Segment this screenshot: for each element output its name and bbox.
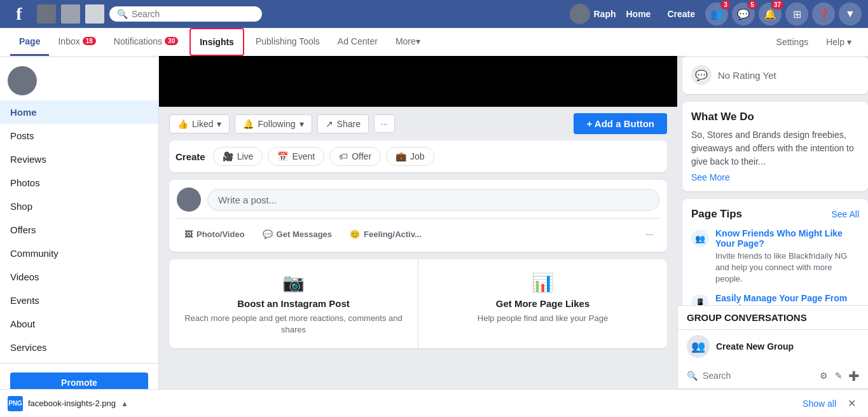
composer-actions: 🖼 Photo/Video 💬 Get Messages 😊 Feeling/A… (177, 218, 659, 244)
bottom-file-item: PNG facebook-insights-2.png ▲ (8, 396, 128, 411)
help-icon-button[interactable]: ❓ (812, 3, 835, 25)
tip-item-1: 👥 Know Friends Who Might Like Your Page?… (691, 228, 859, 285)
photo-icon: 🖼 (184, 229, 193, 239)
sidebar-profile (0, 61, 158, 100)
composer-input[interactable]: Write a post... (207, 189, 659, 211)
promo-cards: 📷 Boost an Instagram Post Reach more peo… (169, 259, 667, 348)
top-navigation: f 🔍 Raph Home Create 👥 3 💬 5 🔔 37 ⊞ ❓ (0, 0, 868, 28)
what-we-do-content: What We Do So, Stores and Brands design … (682, 102, 868, 191)
sidebar-item-videos[interactable]: Videos (0, 265, 158, 289)
job-button[interactable]: 💼 Job (386, 147, 434, 166)
tip-1-title[interactable]: Know Friends Who Might Like Your Page? (715, 228, 859, 249)
photo-video-button[interactable]: 🖼 Photo/Video (177, 224, 252, 244)
sidebar-item-shop[interactable]: Shop (0, 195, 158, 218)
file-type-icon: PNG (8, 396, 23, 411)
action-row: 👍 Liked ▾ 🔔 Following ▾ ↗ Share ··· + Ad… (169, 107, 667, 140)
facebook-logo[interactable]: f (6, 1, 32, 27)
offer-label: Offer (352, 151, 371, 161)
composer-more-button[interactable]: ··· (639, 224, 659, 244)
group-settings-icon[interactable]: ⚙ (819, 367, 829, 385)
more-options-button[interactable]: ··· (374, 114, 395, 133)
following-icon: 🔔 (243, 119, 254, 129)
messages-icon-button[interactable]: 💬 5 (732, 3, 755, 25)
job-icon: 💼 (396, 151, 406, 161)
group-edit-icon[interactable]: ✎ (834, 367, 843, 385)
sidebar-item-community[interactable]: Community (0, 242, 158, 265)
page-tips-title: Page Tips (691, 208, 742, 221)
feeling-button[interactable]: 😊 Feeling/Activ... (342, 224, 429, 244)
page-thumb-3[interactable] (85, 4, 104, 24)
share-label: Share (337, 119, 361, 129)
add-button-wrap: + Add a Button (574, 113, 667, 134)
sidebar-item-posts[interactable]: Posts (0, 124, 158, 147)
sidebar-item-services[interactable]: Services (0, 336, 158, 359)
boost-instagram-card[interactable]: 📷 Boost an Instagram Post Reach more peo… (169, 259, 418, 348)
live-icon: 🎥 (223, 151, 233, 161)
page-tab-bar: Page Inbox 18 Notifications 30 Insights … (0, 28, 868, 56)
page-likes-icon: 📊 (431, 272, 654, 293)
tab-more[interactable]: More ▾ (387, 28, 429, 56)
group-search-icon: 🔍 (687, 371, 698, 381)
create-nav-button[interactable]: Create (661, 9, 701, 19)
bottom-bar-close-button[interactable]: ✕ (843, 395, 860, 413)
fb-logo-letter: f (16, 4, 22, 24)
dropdown-icon-button[interactable]: ▼ (839, 3, 862, 25)
group-search-input[interactable] (703, 371, 814, 381)
sidebar-item-about[interactable]: About (0, 312, 158, 336)
show-all-button[interactable]: Show all (803, 399, 836, 409)
event-icon: 📅 (277, 151, 288, 161)
tab-ad-center[interactable]: Ad Center (329, 28, 387, 56)
what-we-do-widget: What We Do So, Stores and Brands design … (682, 102, 868, 191)
page-thumb-1[interactable] (37, 4, 56, 24)
left-sidebar: Home Posts Reviews Photos Shop Offers Co… (0, 56, 159, 417)
user-profile-button[interactable]: Raph (570, 4, 616, 24)
boost-instagram-title: Boost an Instagram Post (182, 298, 405, 309)
tab-page[interactable]: Page (10, 28, 49, 56)
liked-button[interactable]: 👍 Liked ▾ (169, 114, 230, 133)
tab-publishing-tools[interactable]: Publishing Tools (247, 28, 329, 56)
group-search-bar: 🔍 ⚙ ✎ ➕ (678, 363, 868, 389)
tab-right-section: Settings Help ▾ (770, 33, 858, 51)
file-expand-arrow[interactable]: ▲ (121, 399, 128, 408)
sidebar-item-offers[interactable]: Offers (0, 218, 158, 242)
tab-notifications[interactable]: Notifications 30 (105, 28, 187, 56)
pages-icon-button[interactable]: ⊞ (785, 3, 808, 25)
page-avatar (8, 66, 37, 95)
event-button[interactable]: 📅 Event (268, 147, 324, 166)
see-more-link[interactable]: See More (691, 172, 730, 182)
more-page-likes-desc: Help people find and like your Page (431, 313, 654, 324)
settings-tab-button[interactable]: Settings (770, 33, 815, 51)
add-a-button[interactable]: + Add a Button (574, 113, 667, 134)
search-bar[interactable]: 🔍 (109, 6, 262, 22)
rating-widget: 💬 No Rating Yet (682, 56, 868, 94)
tab-insights[interactable]: Insights (189, 28, 244, 56)
help-tab-button[interactable]: Help ▾ (820, 33, 858, 51)
group-add-icon[interactable]: ➕ (848, 367, 859, 385)
sidebar-item-events[interactable]: Events (0, 289, 158, 312)
group-conv-header: GROUP CONVERSATIONS (678, 306, 868, 330)
get-messages-button[interactable]: 💬 Get Messages (255, 224, 340, 244)
post-composer: Write a post... 🖼 Photo/Video 💬 Get Mess… (169, 180, 667, 252)
sidebar-item-home[interactable]: Home (0, 100, 158, 124)
tip-1-icon: 👥 (691, 229, 709, 247)
home-nav-button[interactable]: Home (620, 9, 658, 19)
following-button[interactable]: 🔔 Following ▾ (235, 114, 312, 133)
offer-button[interactable]: 🏷 Offer (329, 147, 381, 166)
sidebar-divider (0, 363, 158, 364)
tab-inbox[interactable]: Inbox 18 (49, 28, 104, 56)
friends-icon-button[interactable]: 👥 3 (705, 3, 728, 25)
more-page-likes-card[interactable]: 📊 Get More Page Likes Help people find a… (418, 259, 667, 348)
share-button[interactable]: ↗ Share (317, 114, 369, 133)
sidebar-item-reviews[interactable]: Reviews (0, 147, 158, 171)
photo-video-label: Photo/Video (196, 229, 245, 239)
bottom-bar: PNG facebook-insights-2.png ▲ Show all ✕ (0, 389, 868, 417)
sidebar-item-photos[interactable]: Photos (0, 171, 158, 195)
see-all-tips-link[interactable]: See All (831, 209, 859, 219)
create-new-group-item[interactable]: 👥 Create New Group (678, 330, 868, 363)
rating-content: 💬 No Rating Yet (682, 56, 868, 94)
notifications-icon-button[interactable]: 🔔 37 (759, 3, 782, 25)
friends-badge: 3 (720, 0, 731, 10)
live-button[interactable]: 🎥 Live (213, 147, 263, 166)
page-thumb-2[interactable] (61, 4, 80, 24)
search-input[interactable] (132, 9, 254, 19)
